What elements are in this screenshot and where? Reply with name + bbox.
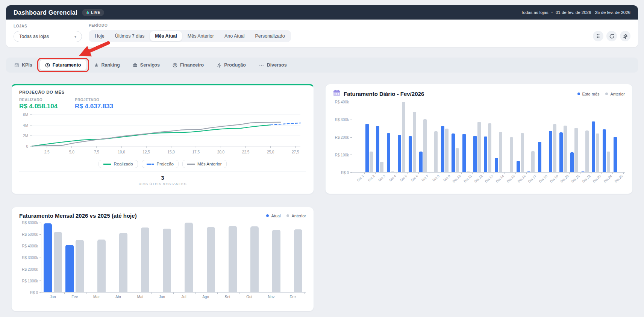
refresh-button[interactable]	[606, 31, 617, 41]
tab-ranking[interactable]: Ranking	[89, 60, 125, 70]
tab-financeiro[interactable]: $Financeiro	[167, 60, 209, 70]
legend-chip-mes-anterior[interactable]: Mês Anterior	[182, 160, 227, 168]
bar-group-dia-19: Dia 19	[549, 102, 556, 172]
bar-este-mes[interactable]	[473, 136, 477, 172]
bar-este-mes[interactable]	[570, 152, 574, 172]
bar-este-mes[interactable]	[452, 133, 455, 172]
bar-este-mes[interactable]	[581, 171, 585, 172]
bar-este-mes[interactable]	[376, 126, 379, 172]
bar-anterior[interactable]	[207, 227, 215, 292]
bar-este-mes[interactable]	[398, 135, 401, 172]
bar-este-mes[interactable]	[387, 133, 390, 172]
svg-text:20,0: 20,0	[217, 150, 225, 154]
bar-anterior[interactable]	[499, 132, 502, 172]
x-axis-label: Ago	[202, 295, 209, 299]
bar-anterior[interactable]	[294, 229, 302, 292]
bar-anterior[interactable]	[423, 119, 427, 172]
periodo-option-ultimos-7-dias[interactable]: Últimos 7 dias	[110, 31, 150, 41]
tab-label: Financeiro	[180, 62, 204, 68]
tab-servicos[interactable]: Serviços	[127, 60, 165, 70]
lojas-select[interactable]: Todas as lojas ▾	[14, 31, 82, 42]
tab-kpis[interactable]: KPIs	[9, 60, 38, 70]
bar-anterior[interactable]	[607, 152, 610, 173]
bar-atual[interactable]	[65, 245, 74, 292]
legend-chip-realizado[interactable]: Realizado	[98, 160, 138, 168]
bar-group-mar: Mar	[87, 223, 106, 292]
bar-anterior[interactable]	[456, 148, 459, 172]
periodo-option-mes-anterior[interactable]: Mês Anterior	[183, 31, 219, 41]
legend-item-anterior[interactable]: Anterior	[286, 214, 306, 218]
tab-label: KPIs	[22, 62, 32, 68]
bar-anterior[interactable]	[141, 228, 149, 292]
svg-text:0: 0	[26, 144, 28, 149]
bar-anterior[interactable]	[585, 130, 589, 172]
bar-group-dia-10: Dia 10	[452, 102, 459, 172]
bar-anterior[interactable]	[391, 171, 394, 172]
bar-anterior[interactable]	[119, 233, 127, 292]
legend-chip-projecao[interactable]: Projeção	[142, 160, 179, 168]
bar-este-mes[interactable]	[592, 121, 595, 172]
y-axis-label: R$ 100k	[335, 153, 349, 157]
bar-anterior[interactable]	[272, 230, 280, 292]
svg-text:15,0: 15,0	[167, 150, 175, 154]
bar-anterior[interactable]	[370, 152, 373, 173]
bar-anterior[interactable]	[413, 112, 416, 172]
tab-producao[interactable]: Produção	[211, 60, 251, 70]
bar-anterior[interactable]	[521, 133, 524, 172]
x-axis-label: Dia 6	[410, 174, 418, 182]
periodo-option-hoje[interactable]: Hoje	[90, 31, 109, 41]
svg-text:6M: 6M	[23, 113, 28, 117]
bar-anterior[interactable]	[185, 223, 193, 292]
bar-anterior[interactable]	[163, 229, 171, 292]
bar-anterior[interactable]	[54, 232, 62, 292]
bar-anterior[interactable]	[76, 240, 84, 292]
bar-este-mes[interactable]	[559, 132, 563, 172]
bar-anterior[interactable]	[574, 128, 578, 172]
bar-este-mes[interactable]	[495, 158, 498, 172]
grid-button[interactable]	[593, 31, 603, 41]
periodo-option-mes-atual[interactable]: Mês Atual	[150, 31, 182, 41]
periodo-option-ano-atual[interactable]: Ano Atual	[220, 31, 250, 41]
bar-este-mes[interactable]	[365, 124, 369, 172]
legend-item-anterior[interactable]: Anterior	[605, 92, 625, 96]
legend-item-este-mes[interactable]: Este mês	[577, 92, 600, 96]
bar-anterior[interactable]	[229, 226, 237, 292]
bar-este-mes[interactable]	[462, 134, 466, 173]
realizado-stat: REALIZADO R$ 4.058.104	[19, 98, 58, 110]
bar-anterior[interactable]	[467, 171, 470, 172]
svg-text:22,5: 22,5	[242, 150, 250, 154]
tab-diversos[interactable]: Diversos	[253, 60, 292, 70]
bar-este-mes[interactable]	[549, 131, 552, 173]
bar-este-mes[interactable]	[484, 137, 487, 172]
bar-anterior[interactable]	[97, 240, 106, 292]
bar-este-mes[interactable]	[527, 171, 530, 172]
tab-faturamento[interactable]: $Faturamento	[40, 60, 86, 70]
projection-footer: 3 DIAS ÚTEIS RESTANTES	[19, 171, 306, 186]
bar-anterior[interactable]	[510, 137, 513, 172]
settings-button[interactable]	[620, 31, 630, 41]
bar-anterior[interactable]	[531, 151, 535, 172]
bar-anterior[interactable]	[445, 129, 449, 172]
bar-este-mes[interactable]	[538, 142, 541, 172]
periodo-option-personalizado[interactable]: Personalizado	[250, 31, 289, 41]
bar-este-mes[interactable]	[441, 126, 444, 172]
bar-este-mes[interactable]	[419, 152, 423, 172]
bar-anterior[interactable]	[250, 226, 259, 293]
context-separator-dot: •	[551, 11, 553, 15]
bar-anterior[interactable]	[553, 124, 556, 172]
bar-anterior[interactable]	[488, 123, 491, 172]
legend-item-atual[interactable]: Atual	[266, 214, 280, 218]
bar-anterior[interactable]	[477, 122, 481, 172]
bar-anterior[interactable]	[434, 131, 438, 172]
bar-anterior[interactable]	[380, 162, 383, 172]
bar-este-mes[interactable]	[517, 161, 520, 172]
bar-anterior[interactable]	[564, 126, 567, 172]
bar-atual[interactable]	[44, 223, 52, 292]
bar-este-mes[interactable]	[409, 136, 412, 172]
bar-group-dia-11: Dia 11	[462, 102, 470, 172]
bar-este-mes[interactable]	[614, 137, 617, 172]
daily-bar-chart: R$ 400kR$ 300kR$ 200kR$ 100kR$ 0Dia 1Dia…	[333, 102, 625, 173]
bar-anterior[interactable]	[596, 133, 599, 172]
bar-anterior[interactable]	[402, 102, 405, 172]
bar-este-mes[interactable]	[603, 129, 606, 172]
